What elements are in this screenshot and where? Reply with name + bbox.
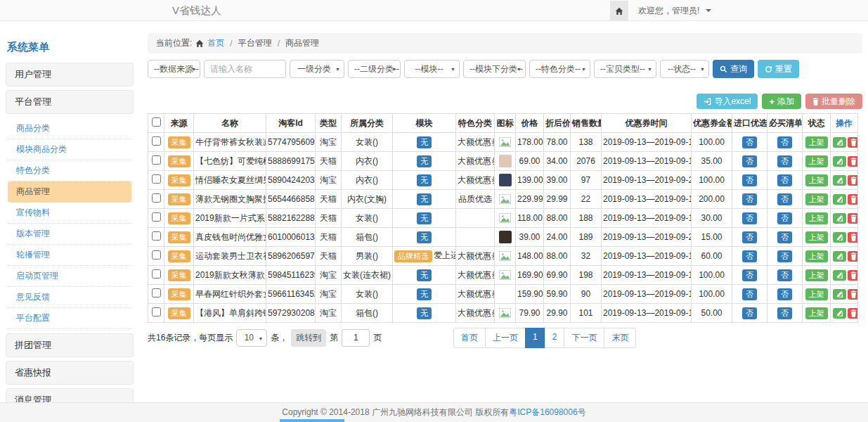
status-button[interactable]: 上架 (805, 136, 828, 148)
delete-button[interactable] (848, 156, 858, 167)
breadcrumb-home-link[interactable]: 首页 (207, 37, 224, 49)
sidebar-item[interactable]: 模块商品分类 (8, 139, 131, 160)
sidebar-item[interactable]: 商品分类 (8, 118, 131, 139)
status-button[interactable]: 上架 (805, 174, 828, 186)
status-button[interactable]: 上架 (805, 155, 828, 167)
must-buy-toggle-button[interactable]: 否 (777, 269, 792, 281)
add-button[interactable]: +添加 (762, 94, 801, 109)
import-toggle-button[interactable]: 否 (742, 288, 757, 300)
must-buy-toggle-button[interactable]: 否 (777, 136, 792, 148)
must-buy-toggle-button[interactable]: 否 (777, 231, 792, 243)
delete-button[interactable] (848, 251, 858, 262)
status-select[interactable]: --状态--▼ (660, 60, 709, 78)
delete-button[interactable] (848, 270, 858, 281)
level1-category-select[interactable]: 一级分类▼ (290, 60, 344, 78)
user-dropdown[interactable]: 欢迎您，管理员! (638, 5, 711, 17)
import-toggle-button[interactable]: 否 (742, 155, 757, 167)
sidebar-item[interactable]: 宣传物料 (8, 203, 131, 224)
delete-button[interactable] (848, 308, 858, 319)
sidebar-item[interactable]: 版本管理 (8, 224, 131, 245)
search-button[interactable]: 查询 (713, 60, 754, 78)
home-button[interactable] (610, 1, 628, 21)
edit-button[interactable] (833, 156, 846, 167)
page-button[interactable]: 上一页 (485, 328, 526, 348)
module-select[interactable]: --模块--▼ (404, 60, 460, 78)
delete-button[interactable] (848, 137, 858, 148)
row-checkbox[interactable] (152, 269, 161, 279)
status-button[interactable]: 上架 (805, 288, 828, 300)
jump-page-input[interactable] (342, 329, 370, 347)
select-all-checkbox[interactable] (152, 117, 161, 127)
icp-link[interactable]: 粤ICP备16098006号 (509, 407, 585, 418)
import-toggle-button[interactable]: 否 (742, 212, 757, 224)
delete-button[interactable] (848, 232, 858, 243)
row-checkbox[interactable] (152, 212, 161, 222)
import-toggle-button[interactable]: 否 (742, 269, 757, 281)
must-buy-toggle-button[interactable]: 否 (777, 174, 792, 186)
status-button[interactable]: 上架 (805, 193, 828, 205)
row-checkbox[interactable] (152, 193, 161, 203)
must-buy-toggle-button[interactable]: 否 (777, 307, 792, 319)
row-checkbox[interactable] (152, 231, 161, 241)
row-checkbox[interactable] (152, 136, 161, 146)
edit-button[interactable] (833, 232, 846, 243)
must-buy-toggle-button[interactable]: 否 (777, 155, 792, 167)
delete-button[interactable] (848, 289, 858, 300)
edit-button[interactable] (833, 289, 846, 300)
sidebar-item-active[interactable]: 商品管理 (8, 181, 131, 203)
row-checkbox[interactable] (152, 250, 161, 260)
page-button[interactable]: 2 (545, 328, 565, 348)
sidebar-group[interactable]: 省惠快报 (6, 361, 134, 385)
page-button[interactable]: 下一页 (564, 328, 604, 348)
sidebar-item[interactable]: 平台配置 (8, 308, 131, 329)
page-button-current[interactable]: 1 (525, 328, 545, 348)
page-button[interactable]: 末页 (604, 328, 636, 348)
module-sub-category-select[interactable]: --模块下分类--▼ (463, 60, 526, 78)
edit-button[interactable] (833, 270, 846, 281)
sidebar-item[interactable]: 启动页管理 (8, 266, 131, 287)
delete-button[interactable] (848, 213, 858, 224)
delete-button[interactable] (848, 175, 858, 186)
row-checkbox[interactable] (152, 174, 161, 184)
batch-delete-button[interactable]: 批量删除 (805, 94, 862, 109)
sidebar-item[interactable]: 意见反馈 (8, 287, 131, 308)
sidebar-group[interactable]: 拼团管理 (6, 333, 134, 357)
status-button[interactable]: 上架 (805, 231, 828, 243)
edit-button[interactable] (833, 213, 846, 224)
jump-button[interactable]: 跳转到 (291, 329, 326, 347)
status-button[interactable]: 上架 (805, 250, 828, 262)
sidebar-group[interactable]: 平台管理 (6, 90, 134, 114)
status-button[interactable]: 上架 (805, 212, 828, 224)
row-checkbox[interactable] (152, 155, 161, 165)
feature-category-select[interactable]: --特色分类--▼ (529, 60, 590, 78)
name-input[interactable] (204, 60, 286, 78)
delete-button[interactable] (848, 194, 858, 205)
sidebar-item[interactable]: 轮播管理 (8, 245, 131, 266)
row-checkbox[interactable] (152, 307, 161, 316)
sidebar-item[interactable]: 特色分类 (8, 160, 131, 181)
edit-button[interactable] (833, 137, 846, 148)
level2-category-select[interactable]: --二级分类--▼ (348, 60, 401, 78)
status-button[interactable]: 上架 (805, 269, 828, 281)
edit-button[interactable] (833, 308, 846, 319)
edit-button[interactable] (833, 251, 846, 262)
import-toggle-button[interactable]: 否 (742, 231, 757, 243)
import-toggle-button[interactable]: 否 (742, 250, 757, 262)
edit-button[interactable] (833, 194, 846, 205)
page-button[interactable]: 首页 (453, 328, 486, 348)
must-buy-toggle-button[interactable]: 否 (777, 250, 792, 262)
import-toggle-button[interactable]: 否 (742, 307, 757, 319)
import-toggle-button[interactable]: 否 (742, 174, 757, 186)
status-button[interactable]: 上架 (805, 307, 828, 319)
scrollbar-thumb[interactable] (280, 419, 344, 422)
page-size-select[interactable]: 10▼ (236, 329, 267, 347)
row-checkbox[interactable] (152, 288, 161, 298)
reset-button[interactable]: 重置 (758, 60, 799, 78)
edit-button[interactable] (833, 175, 846, 186)
must-buy-toggle-button[interactable]: 否 (777, 288, 792, 300)
sidebar-group[interactable]: 用户管理 (6, 63, 134, 87)
import-toggle-button[interactable]: 否 (742, 136, 757, 148)
must-buy-toggle-button[interactable]: 否 (777, 212, 792, 224)
import-excel-button[interactable]: 导入excel (697, 94, 758, 109)
import-toggle-button[interactable]: 否 (742, 193, 757, 205)
